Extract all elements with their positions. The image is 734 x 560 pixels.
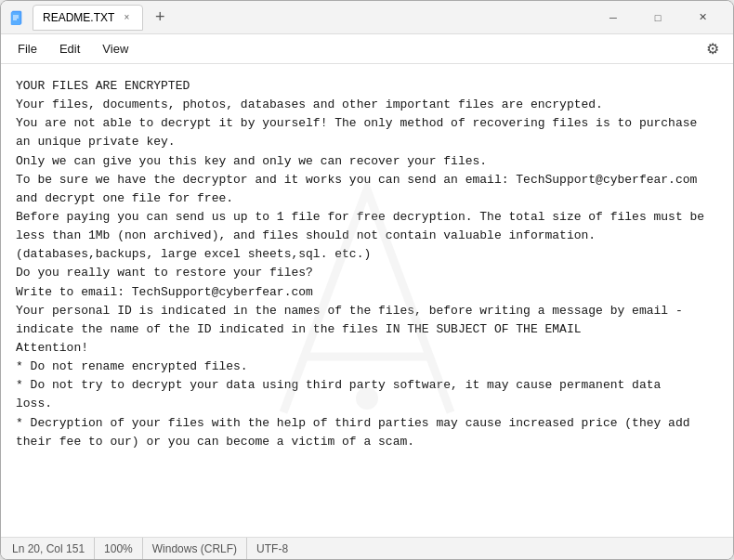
file-menu[interactable]: File [8, 38, 46, 59]
new-tab-button[interactable]: + [147, 5, 173, 31]
content-line-3: Your files, documents, photos, databases… [16, 96, 718, 114]
active-tab[interactable]: README.TXT × [33, 5, 143, 31]
view-menu[interactable]: View [93, 38, 138, 59]
content-line-7: Only we can give you this key and only w… [16, 152, 718, 171]
content-line-17: Write to email: TechSupport@cyberfear.co… [16, 283, 718, 302]
main-window: README.TXT × + ─ □ ✕ File Edit View ⚙ YO… [0, 0, 734, 560]
content-line-1: YOUR FILES ARE ENCRYPTED [16, 77, 718, 96]
settings-icon[interactable]: ⚙ [700, 36, 726, 62]
content-line-5: You are not able to decrypt it by yourse… [16, 114, 718, 133]
edit-menu[interactable]: Edit [50, 38, 89, 59]
tab-title: README.TXT [43, 11, 114, 24]
content-line-22: Attention! [16, 339, 718, 358]
content-line-12: Before paying you can send us up to 1 fi… [16, 208, 718, 227]
title-bar: README.TXT × + ─ □ ✕ [1, 1, 733, 34]
text-content: YOUR FILES ARE ENCRYPTED Your files, doc… [1, 64, 733, 537]
content-line-6: an unique private key. [16, 133, 718, 151]
tab-group: README.TXT × + [33, 5, 173, 31]
content-line-16: Do you really want to restore your files… [16, 264, 718, 282]
minimize-button[interactable]: ─ [592, 3, 635, 33]
content-line-9: To be sure we have the decryptor and it … [16, 171, 718, 189]
content-line-27: their fee to our) or you can become a vi… [16, 433, 718, 451]
tab-close-button[interactable]: × [120, 11, 133, 24]
close-button[interactable]: ✕ [681, 3, 724, 33]
menu-bar: File Edit View ⚙ [1, 34, 733, 64]
content-line-10: and decrypt one file for free. [16, 189, 718, 208]
content-line-24: * Do not try to decrypt your data using … [16, 376, 718, 395]
cursor-position: Ln 20, Col 151 [12, 538, 95, 559]
line-ending: Windows (CRLF) [143, 538, 247, 559]
content-line-13: less than 1Mb (non archived), and files … [16, 227, 718, 245]
app-icon [10, 10, 25, 25]
encoding: UTF-8 [247, 538, 297, 559]
content-line-20: indicate the name of the ID indicated in… [16, 320, 718, 339]
content-line-25: loss. [16, 395, 718, 413]
content-line-23: * Do not rename encrypted files. [16, 358, 718, 376]
content-line-14: (databases,backups, large excel sheets,s… [16, 245, 718, 264]
content-line-19: Your personal ID is indicated in the nam… [16, 302, 718, 320]
svg-rect-1 [11, 12, 20, 25]
content-line-26: * Decryption of your files with the help… [16, 414, 718, 433]
status-bar: Ln 20, Col 151 100% Windows (CRLF) UTF-8 [1, 537, 733, 559]
window-controls: ─ □ ✕ [592, 3, 724, 33]
zoom-level: 100% [95, 538, 143, 559]
maximize-button[interactable]: □ [636, 3, 679, 33]
